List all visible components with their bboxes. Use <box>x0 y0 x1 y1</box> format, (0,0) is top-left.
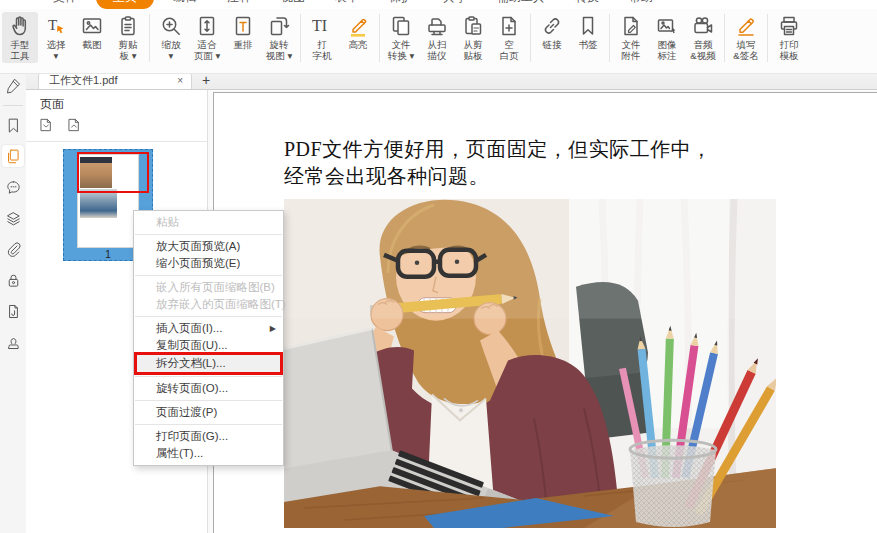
menu-edit[interactable]: 编辑 <box>158 0 212 9</box>
menu-help[interactable]: 帮助 <box>614 0 668 9</box>
file-attach-button[interactable]: 文件 附件 <box>613 12 649 63</box>
bookmark-icon <box>576 14 600 38</box>
highlighter-icon <box>346 14 370 38</box>
fit-page-icon <box>195 14 219 38</box>
menu-item-reduce-preview[interactable]: 缩小页面预览(E) <box>134 255 283 272</box>
select-cursor-icon: T <box>44 14 68 38</box>
clipboard-icon <box>116 14 140 38</box>
ribbon-separator <box>149 14 150 62</box>
bookmark-button[interactable]: 书签 <box>570 12 606 52</box>
link-button[interactable]: 链接 <box>534 12 570 52</box>
signature-panel-icon[interactable] <box>2 300 24 322</box>
typewriter-button[interactable]: TI 打 字机 <box>304 12 340 63</box>
lock-security-icon[interactable] <box>2 269 24 291</box>
pages-panel-toolbar <box>26 115 207 142</box>
menu-file[interactable]: 文件 <box>38 0 92 9</box>
menu-separator <box>135 234 282 235</box>
fit-page-button[interactable]: 适合 页面 ▾ <box>189 12 225 63</box>
image-annot-button[interactable]: 图像 标注 <box>649 12 685 63</box>
blank-page-button[interactable]: 空 白页 <box>491 12 527 63</box>
reflow-label: 重排 <box>234 39 253 50</box>
menu-item-duplicate-pages[interactable]: 复制页面(U)... <box>134 337 283 354</box>
ribbon-separator <box>724 14 725 62</box>
rotate-view-label: 旋转 视图 ▾ <box>266 39 292 61</box>
heading-line-1: PDF文件方便好用，页面固定，但实际工作中， <box>284 136 764 163</box>
clipboard-label: 剪贴 板 ▾ <box>119 39 138 61</box>
from-scanner-button[interactable]: 从扫 描仪 <box>419 12 455 63</box>
layers-panel-icon[interactable] <box>2 207 24 229</box>
new-tab-icon[interactable]: + <box>202 72 210 88</box>
menu-item-rotate-pages[interactable]: 旋转页面(O)... <box>134 380 283 397</box>
menu-item-insert-pages[interactable]: 插入页面(I)... ▶ <box>134 320 283 337</box>
heading-line-2: 经常会出现各种问题。 <box>284 163 764 190</box>
typewriter-icon: TI <box>310 14 334 38</box>
bookmark-panel-icon[interactable] <box>2 114 24 136</box>
document-view: PDF文件方便好用，页面固定，但实际工作中， 经常会出现各种问题。 <box>208 89 877 533</box>
menu-bar: 文件 主页 编辑 注释 视图 表单 保护 共享 辅助工具 转换 帮助 <box>0 0 877 9</box>
ribbon-separator <box>379 14 380 62</box>
hand-tool-button[interactable]: 手型 工具 <box>2 12 38 63</box>
scanner-icon <box>425 14 449 38</box>
menu-item-split-document[interactable]: 拆分文档(L)... <box>134 354 283 373</box>
paste-page-icon <box>461 14 485 38</box>
menu-separator <box>135 400 282 401</box>
pdf-page: PDF文件方便好用，页面固定，但实际工作中， 经常会出现各种问题。 <box>213 92 877 533</box>
svg-text:TI: TI <box>312 17 327 34</box>
print-template-button[interactable]: 打印 模板 <box>771 12 807 63</box>
file-attach-label: 文件 附件 <box>622 39 641 61</box>
comment-panel-icon[interactable] <box>2 176 24 198</box>
menu-separator <box>135 424 282 425</box>
menu-accessibility[interactable]: 辅助工具 <box>482 0 560 9</box>
hand-tool-label: 手型 工具 <box>11 39 30 61</box>
menu-convert[interactable]: 转换 <box>560 0 614 9</box>
thumbnail-context-menu: 粘贴 放大页面预览(A) 缩小页面预览(E) 嵌入所有页面缩略图(B) 放弃嵌入… <box>133 210 284 466</box>
link-icon <box>540 14 564 38</box>
rotate-view-button[interactable]: 旋转 视图 ▾ <box>261 12 297 63</box>
fill-sign-pencil-icon <box>734 14 758 38</box>
from-clipboard-button[interactable]: 从剪 贴板 <box>455 12 491 63</box>
menu-separator <box>135 275 282 276</box>
menu-form[interactable]: 表单 <box>320 0 374 9</box>
reflow-button[interactable]: 重排 <box>225 12 261 52</box>
file-convert-button[interactable]: 文件 转换 ▾ <box>383 12 419 63</box>
menu-view[interactable]: 视图 <box>266 0 320 9</box>
menu-home[interactable]: 主页 <box>96 0 154 9</box>
pages-panel-icon[interactable] <box>2 145 24 167</box>
menu-item-properties[interactable]: 属性(T)... <box>134 445 283 462</box>
menu-item-page-transitions[interactable]: 页面过渡(P) <box>134 404 283 421</box>
quill-pen-icon[interactable] <box>2 74 24 96</box>
menu-comment[interactable]: 注释 <box>212 0 266 9</box>
svg-text:T: T <box>48 17 57 33</box>
menu-item-enlarge-preview[interactable]: 放大页面预览(A) <box>134 238 283 255</box>
zoom-icon <box>159 14 183 38</box>
printer-icon <box>777 14 801 38</box>
blank-page-icon <box>497 14 521 38</box>
print-template-label: 打印 模板 <box>780 39 799 61</box>
left-sidebar-rail <box>0 70 27 533</box>
menu-share[interactable]: 共享 <box>428 0 482 9</box>
tab-close-icon[interactable]: × <box>175 75 185 86</box>
menu-separator <box>135 376 282 377</box>
embed-all-thumbnail-icon[interactable] <box>66 117 82 133</box>
ribbon-separator <box>300 14 301 62</box>
highlight-button[interactable]: 高亮 <box>340 12 376 52</box>
menu-item-print-pages[interactable]: 打印页面(G)... <box>134 428 283 445</box>
paperclip-attachment-icon[interactable] <box>2 238 24 260</box>
select-tool-button[interactable]: T 选择 ▾ <box>38 12 74 63</box>
zoom-button[interactable]: 缩放 ▾ <box>153 12 189 63</box>
embed-thumbnail-icon[interactable] <box>38 117 54 133</box>
stamp-seal-icon[interactable] <box>2 331 24 353</box>
ribbon-toolbar: 手型 工具 T 选择 ▾ 截图 剪贴 板 ▾ 缩放 ▾ 适合 页面 ▾ 重排 旋… <box>0 9 877 74</box>
snapshot-label: 截图 <box>83 39 102 50</box>
menu-item-paste: 粘贴 <box>134 214 283 231</box>
fill-sign-button[interactable]: 填写 &签名 <box>728 12 764 63</box>
photo-woman-biting-pencil <box>284 199 776 528</box>
snapshot-button[interactable]: 截图 <box>74 12 110 52</box>
audio-video-button[interactable]: 音频 &视频 <box>685 12 721 63</box>
menu-protect[interactable]: 保护 <box>374 0 428 9</box>
clipboard-button[interactable]: 剪贴 板 ▾ <box>110 12 146 63</box>
menu-item-embed-thumbnails: 嵌入所有页面缩略图(B) <box>134 279 283 296</box>
zoom-label: 缩放 ▾ <box>162 39 181 61</box>
video-camera-icon <box>691 14 715 38</box>
snapshot-icon <box>80 14 104 38</box>
